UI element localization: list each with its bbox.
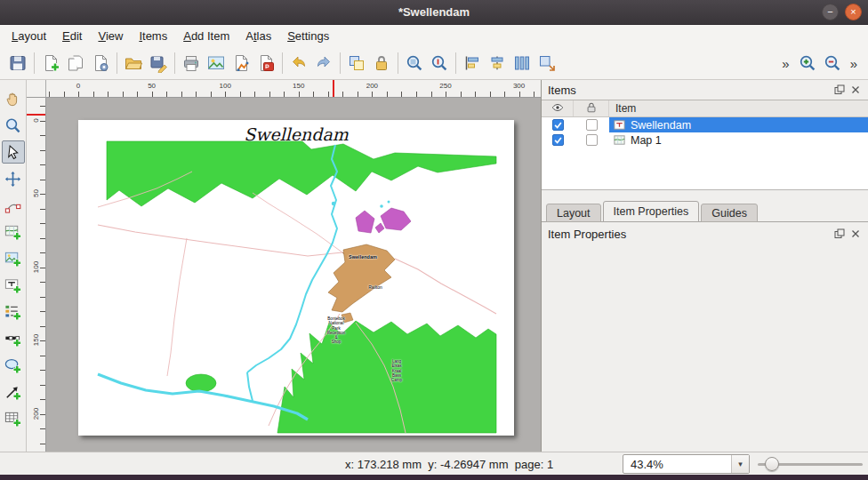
zoom-level-input[interactable] [623, 455, 731, 473]
toolbar-export-pdf-button[interactable] [253, 51, 278, 76]
toolbar-separator [34, 52, 35, 74]
cursor-position-marker-x [333, 80, 334, 97]
menu-layout[interactable]: Layout [4, 27, 54, 45]
toolbar-align-left-button[interactable] [460, 51, 485, 76]
tool-add-scalebar[interactable] [2, 327, 25, 350]
toolbar: »» [0, 47, 868, 80]
items-tree-row[interactable]: Map 1 [542, 132, 868, 148]
item-properties-title: Item Properties [548, 228, 626, 241]
toolbar-resize-button[interactable] [534, 51, 559, 76]
items-tree-rows: SwellendamMap 1 [542, 117, 868, 148]
item-name-cell[interactable]: Swellendam [609, 117, 868, 132]
toolbar-new-layout-button[interactable] [38, 51, 63, 76]
close-panel-icon[interactable] [850, 84, 862, 96]
tool-select-move-item-tool[interactable] [2, 140, 25, 164]
toolbar-save-project-button[interactable] [5, 51, 30, 76]
tab-guides[interactable]: Guides [701, 204, 758, 222]
tool-move-item-content-tool[interactable] [2, 167, 25, 190]
toolbar-separator [174, 52, 175, 74]
tab-layout[interactable]: Layout [546, 204, 601, 222]
toolbar-separator [117, 52, 117, 74]
toolbar-group-items-button[interactable] [344, 51, 369, 76]
toolbar-layout-manager-button[interactable] [88, 51, 113, 76]
qgis-layout-window: *Swellendam −× LayoutEditViewItemsAdd It… [0, 0, 868, 480]
ruler-number: 200 [366, 82, 378, 90]
tool-add-table[interactable] [2, 407, 25, 430]
slider-handle[interactable] [765, 457, 779, 471]
statusbar: x: 173.218 mm y: -4.26947 mm page: 1 ▾ [0, 452, 868, 475]
pond [380, 204, 383, 208]
toolbar-duplicate-layout-button[interactable] [63, 51, 88, 76]
window-controls: −× [822, 4, 862, 20]
toolbar-zoom-out-button[interactable] [820, 51, 845, 76]
items-tree-row[interactable]: Swellendam [542, 117, 868, 132]
item-name: Swellendam [631, 119, 691, 132]
menu-items[interactable]: Items [131, 27, 175, 45]
right-dock: Items Item SwellendamMap 1 LayoutItem Pr… [541, 80, 868, 452]
map-item-icon [613, 133, 626, 147]
tab-item-properties[interactable]: Item Properties [603, 201, 700, 222]
toolbar-print-button[interactable] [179, 51, 204, 76]
layout-page[interactable]: Swellendam SwellendamRailtonBontebok Nat… [78, 120, 514, 436]
toolbar-separator [340, 52, 341, 74]
menu-add-item[interactable]: Add Item [175, 27, 237, 45]
toolbar-separator [455, 52, 456, 74]
toolbar-save-template-button[interactable] [146, 51, 171, 76]
map-title-label[interactable]: Swellendam [78, 124, 514, 144]
visibility-checkbox[interactable] [552, 119, 564, 131]
tool-add-shape[interactable] [2, 354, 25, 377]
undock-panel-icon[interactable] [834, 84, 846, 96]
ruler-ticks [40, 106, 45, 452]
toolbar-zoom-actual-button[interactable] [427, 51, 452, 76]
undock-panel-icon[interactable] [834, 228, 846, 240]
map-item[interactable] [78, 120, 514, 436]
tool-add-legend[interactable] [2, 300, 25, 324]
toolbar-redo-button[interactable] [311, 51, 336, 76]
layout-tools-toolbar [0, 80, 27, 452]
tool-add-picture[interactable] [2, 247, 25, 270]
lock-checkbox[interactable] [586, 119, 598, 131]
lock-icon [585, 101, 598, 116]
toolbar-undo-button[interactable] [286, 51, 311, 76]
layout-viewport[interactable]: Swellendam SwellendamRailtonBontebok Nat… [46, 98, 541, 452]
tool-zoom-tool[interactable] [2, 114, 25, 137]
titlebar[interactable]: *Swellendam −× [0, 0, 868, 25]
ruler-number: 250 [439, 82, 451, 90]
toolbar-overflow-chevron[interactable]: » [776, 56, 794, 71]
menu-edit[interactable]: Edit [54, 27, 90, 45]
tool-pan-tool[interactable] [2, 87, 25, 110]
visibility-checkbox[interactable] [552, 134, 564, 146]
combo-dropdown-arrow[interactable]: ▾ [731, 455, 749, 473]
toolbar-lock-items-button[interactable] [369, 51, 394, 76]
item-name-cell[interactable]: Map 1 [609, 132, 868, 148]
toolbar-overflow-chevron-2[interactable]: » [845, 56, 863, 71]
tool-add-map[interactable] [2, 220, 25, 244]
close-panel-icon[interactable] [850, 228, 862, 240]
toolbar-export-image-button[interactable] [204, 51, 229, 76]
cursor-coordinates: x: 173.218 mm y: -4.26947 mm page: 1 [345, 457, 553, 470]
toolbar-zoom-full-button[interactable] [402, 51, 427, 76]
visibility-column [542, 100, 574, 116]
label-item-icon [613, 118, 626, 132]
vertical-ruler: 050100150200 [27, 98, 46, 452]
toolbar-zoom-in-button[interactable] [795, 51, 820, 76]
ruler-corner [27, 80, 46, 98]
ruler-number: 150 [32, 332, 40, 349]
menu-atlas[interactable]: Atlas [237, 27, 279, 45]
minimize-button[interactable]: − [822, 4, 839, 20]
lock-checkbox[interactable] [586, 134, 598, 146]
close-button[interactable]: × [845, 4, 862, 20]
toolbar-export-svg-button[interactable] [229, 51, 253, 76]
tool-add-arrow[interactable] [2, 380, 25, 404]
menu-settings[interactable]: Settings [279, 27, 337, 45]
tool-edit-nodes-tool[interactable] [2, 194, 25, 217]
eye-icon [551, 101, 564, 116]
ruler-number: 300 [513, 82, 525, 90]
toolbar-open-template-button[interactable] [121, 51, 146, 76]
zoom-slider[interactable] [758, 452, 863, 476]
toolbar-align-center-button[interactable] [485, 51, 510, 76]
menu-view[interactable]: View [90, 27, 131, 45]
main-area: 050100150200250300 050100150200 [0, 80, 868, 452]
tool-add-label[interactable] [2, 274, 25, 297]
toolbar-distribute-button[interactable] [510, 51, 534, 76]
